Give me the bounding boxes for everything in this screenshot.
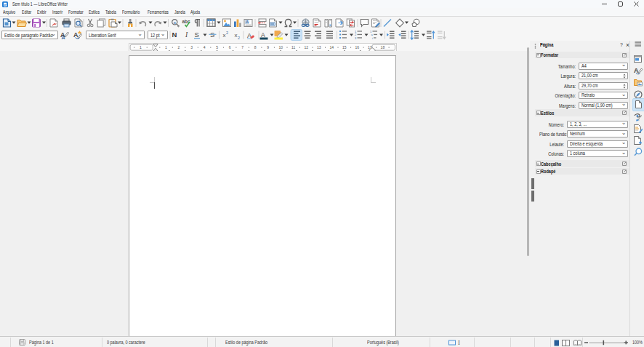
svg-text:15: 15 — [342, 45, 347, 49]
svg-text:4: 4 — [204, 45, 206, 49]
svg-text:10: 10 — [278, 45, 283, 49]
svg-text:8: 8 — [254, 45, 257, 49]
svg-text:A: A — [634, 67, 639, 74]
svg-text:1: 1 — [140, 45, 142, 49]
svg-text:9: 9 — [267, 45, 269, 49]
svg-text:x: x — [235, 32, 238, 39]
svg-text:11: 11 — [291, 45, 295, 49]
svg-text:13: 13 — [317, 45, 321, 49]
svg-text:A: A — [261, 31, 265, 39]
svg-text:2: 2 — [238, 36, 240, 40]
svg-text:1: 1 — [165, 45, 167, 49]
svg-text:16: 16 — [355, 45, 360, 49]
svg-text:18: 18 — [381, 45, 385, 49]
svg-text:5: 5 — [216, 45, 218, 49]
svg-text:6: 6 — [229, 45, 231, 49]
svg-text:i: i — [372, 36, 373, 40]
svg-text:A: A — [246, 20, 249, 24]
svg-text:14: 14 — [330, 45, 334, 49]
svg-text:7: 7 — [241, 45, 243, 49]
svg-text:3: 3 — [355, 36, 357, 40]
svg-text:2: 2 — [178, 45, 180, 49]
svg-text:S: S — [195, 31, 199, 39]
svg-text:I: I — [185, 31, 188, 39]
svg-text:I: I — [458, 339, 460, 346]
svg-text:x: x — [223, 32, 226, 39]
svg-text:N: N — [172, 31, 177, 39]
svg-text:A: A — [73, 31, 79, 39]
svg-text:3: 3 — [190, 45, 193, 49]
svg-text:2: 2 — [226, 31, 228, 35]
svg-text:12: 12 — [304, 45, 308, 49]
